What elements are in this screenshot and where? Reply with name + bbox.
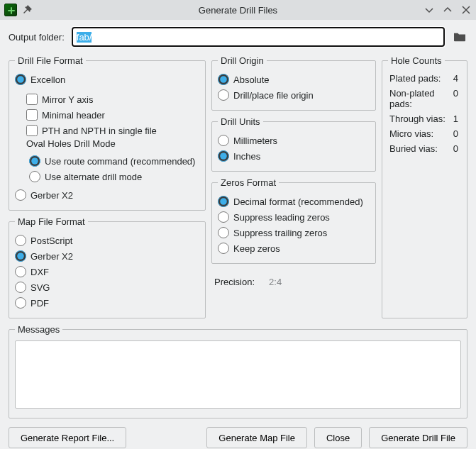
radio-zeros-keep[interactable]: Keep zeros bbox=[218, 240, 370, 256]
precision-row: Precision: 2:4 bbox=[211, 277, 376, 287]
output-folder-row: Output folder: bbox=[9, 27, 467, 47]
radio-zeros-decimal-label: Decimal format (recommended) bbox=[233, 196, 363, 207]
radio-zeros-decimal-input[interactable] bbox=[218, 196, 229, 207]
generate-map-button[interactable]: Generate Map File bbox=[206, 427, 307, 448]
radio-origin-absolute-label: Absolute bbox=[233, 74, 270, 85]
through-vias-value: 1 bbox=[453, 113, 458, 124]
oval-holes-title: Oval Holes Drill Mode bbox=[26, 138, 199, 149]
radio-zeros-supp-lead[interactable]: Suppress leading zeros bbox=[218, 209, 370, 225]
titlebar: Generate Drill Files bbox=[0, 0, 476, 20]
buried-vias-label: Buried vias: bbox=[389, 143, 446, 154]
generate-report-button[interactable]: Generate Report File... bbox=[9, 427, 126, 448]
radio-oval-alt-label: Use alternate drill mode bbox=[45, 172, 142, 182]
generate-drill-button[interactable]: Generate Drill File bbox=[369, 427, 467, 448]
drill-origin-group: Drill Origin Absolute Drill/place file o… bbox=[211, 55, 376, 111]
precision-value: 2:4 bbox=[269, 277, 282, 287]
radio-origin-absolute[interactable]: Absolute bbox=[218, 72, 370, 87]
checkbox-minimal-header-input[interactable] bbox=[26, 109, 38, 121]
buried-vias-value: 0 bbox=[453, 143, 458, 154]
radio-map-gerber-label: Gerber X2 bbox=[31, 251, 73, 262]
bottom-button-bar: Generate Report File... Generate Map Fil… bbox=[9, 427, 467, 448]
map-file-format-group: Map File Format PostScript Gerber X2 DXF… bbox=[9, 216, 206, 318]
radio-zeros-supp-lead-label: Suppress leading zeros bbox=[233, 212, 330, 223]
hole-counts-group: Hole Counts Plated pads: 4 Non-plated pa… bbox=[382, 55, 467, 318]
radio-map-postscript-label: PostScript bbox=[31, 235, 72, 246]
radio-origin-place-label: Drill/place file origin bbox=[233, 90, 314, 101]
nonplated-pads-label: Non-plated pads: bbox=[389, 88, 446, 109]
checkbox-minimal-header[interactable]: Minimal header bbox=[26, 107, 199, 123]
drill-units-group: Drill Units Millimeters Inches bbox=[211, 116, 376, 172]
radio-zeros-decimal[interactable]: Decimal format (recommended) bbox=[218, 194, 370, 209]
radio-zeros-supp-trail-input[interactable] bbox=[218, 227, 229, 238]
radio-gerber-x2-drill-label: Gerber X2 bbox=[31, 190, 73, 201]
drill-file-format-group: Drill File Format Excellon Mirror Y axis… bbox=[9, 55, 206, 211]
radio-map-svg[interactable]: SVG bbox=[15, 279, 199, 295]
radio-oval-alt[interactable]: Use alternate drill mode bbox=[29, 169, 199, 184]
radio-oval-alt-input[interactable] bbox=[29, 171, 40, 182]
output-folder-input[interactable] bbox=[72, 27, 445, 47]
radio-gerber-x2-drill-input[interactable] bbox=[15, 189, 26, 201]
pin-icon[interactable] bbox=[21, 4, 33, 16]
radio-units-mm-input[interactable] bbox=[218, 135, 229, 146]
radio-map-postscript[interactable]: PostScript bbox=[15, 233, 199, 248]
radio-map-svg-label: SVG bbox=[31, 282, 50, 293]
plated-pads-label: Plated pads: bbox=[389, 73, 446, 84]
drill-file-format-legend: Drill File Format bbox=[15, 55, 86, 66]
radio-oval-route-label: Use route command (recommended) bbox=[45, 156, 195, 167]
plated-pads-value: 4 bbox=[453, 73, 458, 84]
radio-map-dxf[interactable]: DXF bbox=[15, 264, 199, 279]
micro-vias-value: 0 bbox=[453, 128, 458, 139]
radio-map-svg-input[interactable] bbox=[15, 282, 26, 293]
zeros-format-legend: Zeros Format bbox=[218, 177, 279, 188]
radio-zeros-supp-lead-input[interactable] bbox=[218, 211, 229, 223]
minimize-icon[interactable] bbox=[424, 4, 435, 16]
radio-zeros-keep-input[interactable] bbox=[218, 243, 229, 254]
radio-oval-route-input[interactable] bbox=[29, 155, 40, 167]
radio-zeros-keep-label: Keep zeros bbox=[233, 243, 280, 254]
micro-vias-label: Micro vias: bbox=[389, 128, 446, 139]
radio-units-in[interactable]: Inches bbox=[218, 148, 370, 164]
map-file-format-legend: Map File Format bbox=[15, 216, 88, 227]
radio-map-gerber-input[interactable] bbox=[15, 250, 26, 262]
radio-origin-absolute-input[interactable] bbox=[218, 74, 229, 85]
output-folder-label: Output folder: bbox=[9, 32, 65, 43]
radio-origin-place[interactable]: Drill/place file origin bbox=[218, 87, 370, 103]
radio-units-in-input[interactable] bbox=[218, 150, 229, 162]
radio-zeros-supp-trail-label: Suppress trailing zeros bbox=[233, 228, 327, 238]
radio-map-pdf-input[interactable] bbox=[15, 297, 26, 309]
radio-map-dxf-label: DXF bbox=[31, 267, 49, 277]
messages-legend: Messages bbox=[15, 324, 62, 335]
checkbox-pth-npth-input[interactable] bbox=[26, 125, 38, 136]
browse-folder-button[interactable] bbox=[452, 29, 467, 45]
drill-units-legend: Drill Units bbox=[218, 116, 263, 127]
checkbox-mirror-y-label: Mirror Y axis bbox=[42, 94, 93, 105]
messages-textarea[interactable] bbox=[15, 340, 461, 409]
radio-origin-place-input[interactable] bbox=[218, 89, 229, 101]
window-title: Generate Drill Files bbox=[0, 5, 476, 16]
checkbox-mirror-y-input[interactable] bbox=[26, 94, 38, 105]
close-button[interactable]: Close bbox=[314, 427, 362, 448]
radio-units-mm[interactable]: Millimeters bbox=[218, 133, 370, 148]
radio-units-in-label: Inches bbox=[233, 151, 260, 162]
radio-map-gerber[interactable]: Gerber X2 bbox=[15, 248, 199, 264]
close-icon[interactable] bbox=[460, 4, 472, 16]
checkbox-pth-npth[interactable]: PTH and NPTH in single file bbox=[26, 123, 199, 138]
radio-oval-route[interactable]: Use route command (recommended) bbox=[29, 153, 199, 169]
radio-excellon[interactable]: Excellon bbox=[15, 72, 199, 87]
radio-map-postscript-input[interactable] bbox=[15, 235, 26, 246]
radio-excellon-input[interactable] bbox=[15, 74, 26, 85]
nonplated-pads-value: 0 bbox=[453, 88, 458, 109]
checkbox-pth-npth-label: PTH and NPTH in single file bbox=[42, 126, 157, 136]
checkbox-mirror-y[interactable]: Mirror Y axis bbox=[26, 92, 199, 107]
radio-gerber-x2-drill[interactable]: Gerber X2 bbox=[15, 187, 199, 203]
radio-map-pdf-label: PDF bbox=[31, 298, 49, 309]
radio-zeros-supp-trail[interactable]: Suppress trailing zeros bbox=[218, 225, 370, 240]
zeros-format-group: Zeros Format Decimal format (recommended… bbox=[211, 177, 376, 264]
checkbox-minimal-header-label: Minimal header bbox=[42, 110, 105, 121]
radio-units-mm-label: Millimeters bbox=[233, 135, 277, 146]
radio-map-dxf-input[interactable] bbox=[15, 266, 26, 277]
drill-origin-legend: Drill Origin bbox=[218, 55, 267, 66]
through-vias-label: Through vias: bbox=[389, 113, 446, 124]
maximize-icon[interactable] bbox=[442, 4, 453, 16]
radio-map-pdf[interactable]: PDF bbox=[15, 295, 199, 311]
